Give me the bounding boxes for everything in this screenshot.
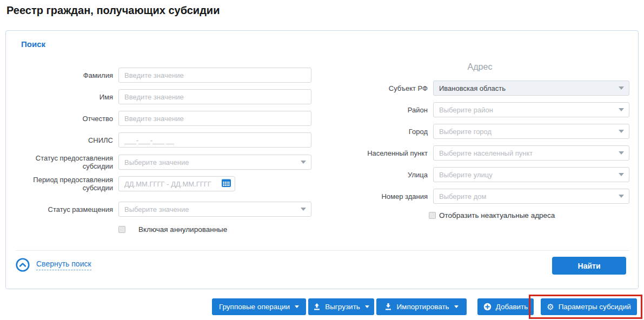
- chevron-down-icon: [301, 161, 306, 164]
- group-operations-button[interactable]: Групповые операции: [212, 298, 306, 315]
- region-select[interactable]: Ивановская область: [433, 81, 629, 96]
- calendar-icon[interactable]: [222, 178, 231, 189]
- placement-status-label: Статус размещения: [10, 205, 113, 214]
- upload-icon: [313, 303, 321, 310]
- add-label: Добавить: [496, 303, 528, 311]
- field-row-firstname: Имя: [10, 89, 311, 104]
- district-placeholder: Выберите район: [439, 106, 493, 114]
- include-annulled-label: Включая аннулированные: [138, 225, 227, 234]
- placement-status-placeholder: Выберите значение: [124, 205, 189, 214]
- middlename-input[interactable]: [118, 111, 311, 126]
- caret-down-icon: [295, 305, 299, 308]
- add-button[interactable]: Добавить: [477, 298, 534, 315]
- locality-label: Населенный пункт: [330, 149, 428, 157]
- snils-input[interactable]: [118, 132, 311, 148]
- find-button[interactable]: Найти: [552, 257, 626, 275]
- chevron-down-icon: [301, 208, 306, 211]
- locality-placeholder: Выберите населенный пункт: [439, 149, 533, 157]
- field-row-middlename: Отчество: [10, 111, 311, 126]
- subsidy-status-placeholder: Выберите значение: [124, 158, 189, 166]
- subsidy-status-label: Статус предоставления субсидии: [10, 154, 113, 170]
- field-row-locality: Населенный пункт Выберите населенный пун…: [330, 145, 629, 161]
- district-select[interactable]: Выберите район: [433, 102, 629, 117]
- chevron-down-icon: [619, 130, 624, 133]
- collapse-circle-chevron-up-icon: [16, 258, 30, 272]
- subsidy-period-label: Период предоставления субсидии: [10, 176, 113, 192]
- building-select[interactable]: Выберите дом: [433, 189, 629, 204]
- placement-status-select[interactable]: Выберите значение: [118, 202, 311, 217]
- field-row-district: Район Выберите район: [330, 102, 629, 117]
- field-row-snils: СНИЛС: [10, 132, 311, 148]
- collapse-search-label: Свернуть поиск: [36, 259, 91, 270]
- firstname-label: Имя: [10, 93, 113, 101]
- field-row-lastname: Фамилия: [10, 68, 311, 83]
- collapse-search-link[interactable]: Свернуть поиск: [16, 258, 91, 272]
- field-row-placement-status: Статус размещения Выберите значение: [10, 202, 311, 217]
- building-placeholder: Выберите дом: [439, 192, 486, 201]
- import-label: Импортировать: [396, 303, 449, 311]
- group-operations-label: Групповые операции: [219, 303, 290, 311]
- firstname-input[interactable]: [118, 89, 311, 104]
- field-row-city: Город Выберите город: [330, 124, 629, 139]
- subsidy-status-select[interactable]: Выберите значение: [118, 155, 311, 170]
- export-label: Выгрузить: [325, 303, 360, 311]
- chevron-down-icon: [619, 86, 624, 90]
- field-row-subsidy-status: Статус предоставления субсидии Выберите …: [10, 154, 311, 170]
- search-panel-title: Поиск: [21, 39, 45, 49]
- lastname-label: Фамилия: [10, 71, 113, 79]
- street-label: Улица: [330, 171, 428, 179]
- gear-icon: ⚙: [547, 303, 554, 311]
- city-label: Город: [330, 128, 428, 136]
- field-row-subsidy-period: Период предоставления субсидии: [10, 176, 235, 192]
- chevron-down-icon: [619, 195, 624, 198]
- subsidy-period-daterange: [118, 176, 235, 191]
- snils-label: СНИЛС: [10, 136, 113, 144]
- download-icon: [384, 303, 392, 310]
- export-button[interactable]: Выгрузить: [308, 298, 374, 315]
- chevron-down-icon: [619, 173, 624, 176]
- show-inactive-addresses-label: Отобразить неактуальные адреса: [439, 211, 555, 219]
- city-placeholder: Выберите город: [439, 128, 492, 136]
- subsidy-parameters-label: Параметры субсидий: [559, 303, 631, 311]
- subsidy-period-input[interactable]: [118, 176, 235, 191]
- show-inactive-row: Отобразить неактуальные адреса: [429, 211, 555, 219]
- panel-divider: [16, 250, 629, 251]
- district-label: Район: [330, 106, 428, 114]
- page-title: Реестр граждан, получающих субсидии: [6, 4, 220, 17]
- import-button[interactable]: Импортировать: [376, 298, 467, 315]
- chevron-down-icon: [619, 108, 624, 111]
- include-annulled-row: Включая аннулированные: [118, 225, 227, 234]
- caret-down-icon: [454, 305, 459, 308]
- lastname-input[interactable]: [118, 68, 311, 83]
- subsidy-parameters-button[interactable]: ⚙ Параметры субсидий: [541, 298, 637, 315]
- locality-select[interactable]: Выберите населенный пункт: [433, 145, 629, 161]
- field-row-building: Номер здания Выберите дом: [330, 189, 629, 204]
- region-value: Ивановская область: [439, 84, 506, 92]
- middlename-label: Отчество: [10, 115, 113, 123]
- street-select[interactable]: Выберите улицу: [433, 167, 629, 182]
- show-inactive-addresses-checkbox[interactable]: [429, 212, 436, 219]
- caret-down-icon: [365, 305, 369, 308]
- chevron-down-icon: [619, 151, 624, 155]
- street-placeholder: Выберите улицу: [439, 171, 493, 179]
- city-select[interactable]: Выберите город: [433, 124, 629, 139]
- address-section-title: Адрес: [330, 62, 629, 72]
- building-label: Номер здания: [330, 192, 428, 201]
- include-annulled-checkbox[interactable]: [118, 226, 125, 233]
- field-row-region: Субъект РФ Ивановская область: [330, 81, 629, 96]
- plus-circle-icon: [483, 303, 492, 311]
- search-panel: Поиск Фамилия Имя Отчество СНИЛС Статус …: [5, 30, 639, 289]
- region-label: Субъект РФ: [330, 84, 428, 92]
- field-row-street: Улица Выберите улицу: [330, 167, 629, 182]
